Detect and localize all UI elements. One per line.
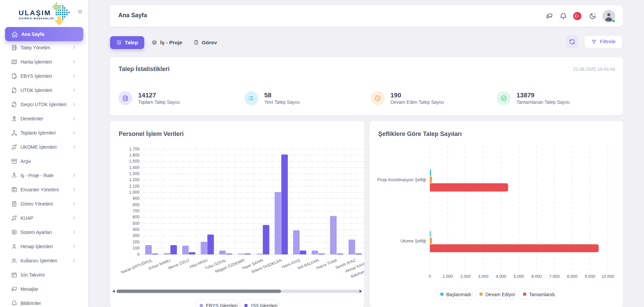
svg-text:1.400: 1.400 [129, 165, 139, 170]
svg-text:Nazan ERTUĞRUL: Nazan ERTUĞRUL [120, 258, 153, 274]
svg-text:5.000: 5.000 [514, 274, 524, 279]
svg-text:7.000: 7.000 [549, 274, 560, 279]
svg-text:100: 100 [132, 246, 139, 251]
svg-text:3.000: 3.000 [478, 274, 489, 279]
svg-text:EBYS İşlemleri: EBYS İşlemleri [206, 303, 237, 307]
svg-text:1.000: 1.000 [129, 190, 139, 195]
svg-text:8.000: 8.000 [567, 274, 578, 279]
svg-text:9.000: 9.000 [585, 274, 595, 279]
svg-text:1.200: 1.200 [129, 178, 139, 182]
svg-text:200: 200 [132, 239, 139, 244]
svg-text:500: 500 [132, 221, 139, 226]
svg-text:1.000: 1.000 [443, 274, 453, 279]
svg-text:Başlanmadı: Başlanmadı [446, 291, 471, 297]
svg-text:Proje Koordinasyon Şefliği: Proje Koordinasyon Şefliği [377, 177, 426, 182]
svg-text:1.700: 1.700 [129, 146, 139, 151]
svg-text:900: 900 [132, 196, 139, 201]
svg-text:153 İşlemleri: 153 İşlemleri [251, 303, 277, 307]
svg-text:Hatıra TUNA: Hatıra TUNA [316, 258, 338, 270]
svg-text:1.500: 1.500 [129, 159, 139, 164]
svg-text:800: 800 [132, 202, 139, 207]
svg-text:400: 400 [132, 227, 139, 232]
svg-text:4.000: 4.000 [496, 274, 506, 279]
svg-text:2.000: 2.000 [460, 274, 471, 279]
svg-text:Merve ÖZLÜ: Merve ÖZLÜ [168, 258, 190, 270]
svg-text:6.000: 6.000 [531, 274, 542, 279]
svg-text:0: 0 [137, 252, 139, 257]
svg-text:Tamamlandı: Tamamlandı [529, 291, 555, 297]
svg-text:600: 600 [132, 215, 139, 219]
svg-text:700: 700 [132, 209, 139, 213]
svg-text:10.000: 10.000 [601, 274, 614, 279]
svg-text:Ukome Şefliği: Ukome Şefliği [401, 238, 426, 243]
svg-text:Veli BALKAN: Veli BALKAN [297, 258, 319, 270]
svg-text:1.100: 1.100 [129, 184, 139, 188]
svg-text:300: 300 [132, 233, 139, 238]
svg-text:Devam Ediyor: Devam Ediyor [486, 291, 515, 297]
svg-text:1.300: 1.300 [129, 171, 139, 176]
svg-text:0: 0 [429, 274, 431, 279]
svg-text:1.600: 1.600 [129, 152, 139, 157]
